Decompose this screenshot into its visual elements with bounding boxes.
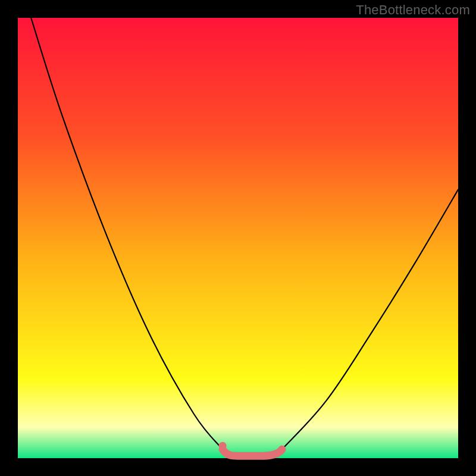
chart-background	[18, 18, 458, 458]
bottleneck-chart	[0, 0, 476, 476]
chart-frame: TheBottleneck.com	[0, 0, 476, 476]
optimal-zone-dot	[219, 442, 227, 450]
